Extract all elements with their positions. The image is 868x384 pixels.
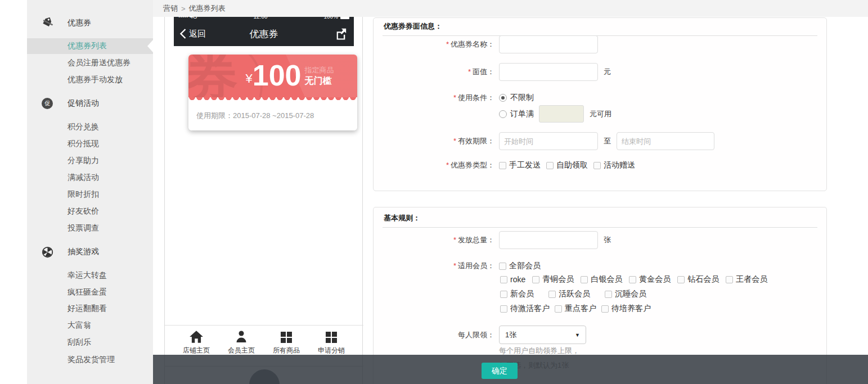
type-manual-option: 手工发送 [499,160,541,170]
promo-icon: 促 [41,97,54,110]
member-diamond-checkbox[interactable] [677,276,685,283]
type-self-claim-checkbox[interactable] [546,162,554,169]
phone-nav-shop-home[interactable]: 店铺主页 [174,329,219,355]
member-king-checkbox[interactable] [726,276,733,283]
phone-status-bar: ••••• 4G 12:00 100% [174,17,354,21]
active-notch [147,40,153,52]
start-time-input[interactable] [499,132,598,150]
page: 优惠券 优惠券列表 会员注册送优惠券 优惠券手动发放 促 促销活动 积分兑换 积… [0,0,868,384]
sidebar-item-lucky-wheel[interactable]: 幸运大转盘 [27,268,153,283]
chevron-down-icon: ▼ [575,332,580,338]
coupon-perforation [188,97,357,101]
type-manual-checkbox[interactable] [499,162,506,169]
user-icon [219,329,264,344]
member-to-cultivate-checkbox[interactable] [601,305,609,313]
coupon-card[interactable]: 券 ¥ 100 指定商品 无门槛 使用期限：2015-07-28 ~2015-0… [188,55,357,130]
member-all-checkbox[interactable] [499,263,506,270]
member-to-activate-checkbox[interactable] [500,305,507,313]
sidebar-item-register-coupon[interactable]: 会员注册送优惠券 [27,55,153,71]
member-active-checkbox[interactable] [548,291,556,298]
member-new-checkbox[interactable] [500,291,507,298]
field-face-value: *面值： 元 [374,63,826,81]
share-icon[interactable] [335,28,347,40]
sidebar-item-flash-discount[interactable]: 限时折扣 [27,187,153,202]
member-roke-checkbox[interactable] [500,276,507,283]
sidebar-group-promotion[interactable]: 促 促销活动 [27,96,153,111]
member-row-3: 新会员 活跃会员 沉睡会员 [500,289,646,299]
sidebar-group-coupon[interactable]: 优惠券 [27,15,153,31]
coupon-info-panel: 优惠券券面信息： *优惠券名称： *面值： 元 *使用条件： 不限制 订单满 [373,17,827,191]
face-value-input[interactable] [499,63,598,81]
member-dormant-checkbox[interactable] [605,291,612,298]
coupon-name-input[interactable] [499,35,598,53]
breadcrumb-current: 优惠券列表 [189,3,226,13]
phone-nav-member-home[interactable]: 会员主页 [219,329,264,355]
field-applicable-members: *适用会员： 全部会员 [374,260,826,272]
phone-time: 12:00 [254,17,268,20]
battery-icon [340,17,349,19]
phone-header: 返回 优惠券 [174,21,354,46]
field-coupon-type: *优惠券类型： 手工发送 自助领取 活动赠送 [374,160,826,170]
sidebar-item-vote-survey[interactable]: 投票调查 [27,220,153,236]
coupon-period: 使用期限：2015-07-28 ~2015-07-28 [188,101,357,130]
type-self-claim-option: 自助领取 [546,160,588,170]
field-total-quantity: *发放总量： 张 [374,231,826,249]
sidebar-group-lottery[interactable]: 抽奖游戏 [27,244,153,260]
member-all-option: 全部会员 [499,261,541,271]
sidebar-item-monopoly[interactable]: 大富翁 [27,318,153,333]
sidebar-group-label: 优惠券 [68,18,91,28]
sidebar-item-golden-egg[interactable]: 疯狂砸金蛋 [27,284,153,300]
back-button[interactable]: 返回 [179,28,206,39]
phone-nav-all-products[interactable]: 所有商品 [264,329,309,355]
order-over-amount-input[interactable] [539,105,584,123]
member-key-customer-checkbox[interactable] [555,305,562,313]
sidebar-item-friend-bargain[interactable]: 好友砍价 [27,204,153,219]
sidebar-item-points-cash[interactable]: 积分抵现 [27,136,153,152]
end-time-input[interactable] [617,132,714,150]
coupon-currency: ¥ [245,71,252,86]
per-person-limit-select[interactable]: 1张 ▼ [499,326,586,344]
condition-no-limit-option: 不限制 [499,92,534,104]
footer-action-bar: 确定 [153,355,868,384]
type-activity-gift-checkbox[interactable] [593,162,601,169]
field-use-condition: *使用条件： 不限制 订单满 元可用 [374,92,826,123]
sidebar: 优惠券 优惠券列表 会员注册送优惠券 优惠券手动发放 促 促销活动 积分兑换 积… [27,0,153,384]
confirm-button[interactable]: 确定 [482,363,518,379]
section-title: 基本规则： [383,207,817,228]
member-gold-checkbox[interactable] [629,276,636,283]
field-coupon-name: *优惠券名称： [374,35,826,53]
sidebar-item-share-boost[interactable]: 分享助力 [27,153,153,169]
breadcrumb-separator: > [181,4,186,13]
member-row-2: roke 青铜会员 白银会员 黄金会员 钻石会员 王者会员 [500,274,767,284]
phone-nav-divider-top [165,325,363,326]
phone-preview: ••••• 4G 12:00 100% 返回 优惠券 [164,17,363,384]
sidebar-item-full-reduction[interactable]: 满减活动 [27,170,153,186]
sidebar-item-scratch-card[interactable]: 刮刮乐 [27,335,153,350]
sidebar-item-manual-send[interactable]: 优惠券手动发放 [27,72,153,88]
tag-icon [41,16,54,30]
coupon-face: 券 ¥ 100 指定商品 无门槛 [188,55,357,97]
member-bronze-checkbox[interactable] [532,276,539,283]
phone-nav-apply-distribution[interactable]: 申请分销 [309,329,354,355]
coupon-threshold: 无门槛 [305,75,334,87]
order-over-radio[interactable] [499,110,507,118]
sidebar-item-points-exchange[interactable]: 积分兑换 [27,119,153,135]
coupon-ring-decoration [188,55,263,97]
condition-order-over-option: 订单满 元可用 [499,105,611,123]
member-silver-checkbox[interactable] [581,276,588,283]
total-quantity-input[interactable] [499,231,598,249]
coupon-amount: 100 [253,62,302,89]
grid-icon [264,329,309,344]
breadcrumb-section[interactable]: 营销 [163,3,178,13]
field-per-person-limit: 每人限领： 1张 ▼ [374,326,826,344]
coupon-watermark: 券 [188,55,238,97]
coupon-scope: 指定商品 [305,65,334,75]
home-icon [174,329,219,344]
sidebar-item-prize-delivery[interactable]: 奖品发货管理 [27,352,153,368]
grid-icon [309,329,354,344]
sidebar-item-flip-card[interactable]: 好运翻翻看 [27,301,153,317]
member-row-4: 待激活客户 重点客户 待培养客户 [500,304,651,314]
section-title: 优惠券券面信息： [383,18,817,36]
sidebar-item-coupon-list[interactable]: 优惠券列表 [27,38,153,54]
no-limit-radio[interactable] [499,94,507,102]
